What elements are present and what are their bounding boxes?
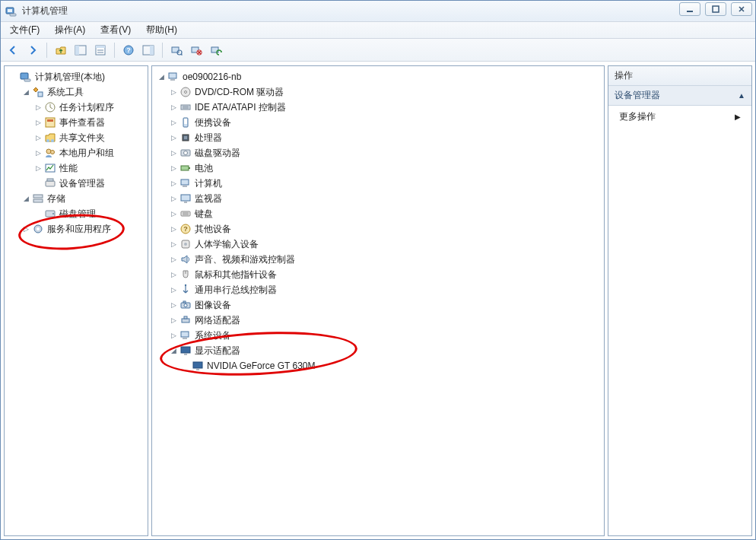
expand-icon[interactable]: ▷ bbox=[169, 133, 178, 142]
expand-icon[interactable]: ▷ bbox=[169, 300, 178, 310]
actions-section-label: 设备管理器 bbox=[615, 89, 660, 102]
device-cat-usb[interactable]: ▷ 通用串行总线控制器 bbox=[154, 282, 602, 297]
menu-view-label: 查看(V) bbox=[100, 24, 131, 37]
tree-item-label: 电池 bbox=[195, 162, 213, 175]
expand-icon[interactable]: ▷ bbox=[21, 224, 30, 233]
expand-icon[interactable]: ▷ bbox=[169, 103, 178, 112]
show-hide-action-pane-button[interactable] bbox=[139, 41, 157, 59]
device-cat-diskdrv[interactable]: ▷ 磁盘驱动器 bbox=[154, 145, 602, 160]
computer-icon bbox=[167, 71, 179, 83]
tree-root-computer-management[interactable]: ▷ 计算机管理(本地) bbox=[6, 69, 146, 84]
tree-storage[interactable]: ◢ 存储 bbox=[6, 191, 146, 206]
cpu-icon bbox=[179, 132, 192, 144]
show-hide-tree-button[interactable] bbox=[71, 41, 90, 59]
device-cat-battery[interactable]: ▷ 电池 bbox=[154, 160, 602, 176]
update-driver-button[interactable] bbox=[207, 41, 225, 59]
device-cat-monitor[interactable]: ▷ 监视器 bbox=[154, 191, 602, 206]
collapse-icon[interactable]: ◢ bbox=[169, 346, 178, 355]
expand-icon[interactable]: ▷ bbox=[169, 148, 178, 157]
scan-hardware-button[interactable] bbox=[167, 41, 186, 59]
svg-rect-35 bbox=[47, 179, 53, 181]
tools-icon bbox=[32, 86, 44, 98]
expand-icon[interactable]: ▷ bbox=[33, 164, 43, 173]
menu-help[interactable]: 帮助(H) bbox=[138, 22, 185, 38]
expand-icon[interactable]: ▷ bbox=[33, 133, 43, 142]
tree-device-manager[interactable]: ▷ 设备管理器 bbox=[6, 176, 146, 191]
tree-task-scheduler[interactable]: ▷ 任务计划程序 bbox=[6, 100, 146, 115]
expand-icon[interactable]: ▷ bbox=[169, 270, 178, 279]
uninstall-device-button[interactable] bbox=[187, 41, 205, 59]
tree-local-users[interactable]: ▷ 本地用户和组 bbox=[6, 145, 146, 160]
expand-icon[interactable]: ▷ bbox=[169, 255, 178, 264]
menu-action[interactable]: 操作(A) bbox=[47, 22, 93, 38]
collapse-icon[interactable]: ◢ bbox=[21, 194, 30, 203]
expand-icon[interactable]: ▷ bbox=[169, 179, 178, 188]
collapse-icon[interactable]: ◢ bbox=[157, 72, 166, 81]
expand-icon[interactable]: ▷ bbox=[33, 118, 43, 127]
svg-rect-75 bbox=[181, 332, 189, 337]
tree-item-label: 服务和应用程序 bbox=[47, 223, 111, 236]
svg-point-32 bbox=[51, 151, 55, 154]
properties-button[interactable] bbox=[91, 41, 110, 59]
expand-icon[interactable]: ▷ bbox=[169, 316, 178, 325]
tree-event-viewer[interactable]: ▷ 事件查看器 bbox=[6, 115, 146, 130]
expand-icon[interactable]: ▷ bbox=[169, 209, 178, 218]
device-cat-sound[interactable]: ▷ 声音、视频和游戏控制器 bbox=[154, 252, 602, 267]
tree-disk-management[interactable]: ▷ 磁盘管理 bbox=[6, 206, 146, 221]
device-cat-display[interactable]: ◢ 显示适配器 bbox=[154, 343, 602, 358]
console-tree-pane: ▷ 计算机管理(本地) ◢ 系统工具 ▷ bbox=[4, 65, 148, 536]
menu-file-label: 文件(F) bbox=[10, 24, 40, 37]
svg-rect-2 bbox=[10, 14, 16, 16]
device-cat-network[interactable]: ▷ 网络适配器 bbox=[154, 313, 602, 328]
device-cat-imaging[interactable]: ▷ 图像设备 bbox=[154, 297, 602, 313]
expand-icon[interactable]: ▷ bbox=[169, 240, 178, 249]
tree-performance[interactable]: ▷ 性能 bbox=[6, 160, 146, 176]
expand-icon[interactable]: ▷ bbox=[33, 148, 43, 157]
svg-rect-72 bbox=[183, 301, 186, 303]
menu-view[interactable]: 查看(V) bbox=[93, 22, 138, 38]
svg-rect-1 bbox=[8, 9, 12, 12]
up-level-button[interactable] bbox=[52, 41, 70, 59]
nav-back-button[interactable] bbox=[4, 41, 22, 59]
device-cat-computer[interactable]: ▷ 计算机 bbox=[154, 176, 602, 191]
expand-icon[interactable]: ▷ bbox=[169, 285, 178, 294]
expand-icon[interactable]: ▷ bbox=[169, 331, 178, 340]
actions-section[interactable]: 设备管理器 ▲ bbox=[608, 86, 751, 106]
close-button[interactable] bbox=[731, 2, 752, 16]
svg-rect-25 bbox=[38, 92, 43, 97]
nav-forward-button[interactable] bbox=[24, 41, 42, 59]
device-display-gpu[interactable]: ▷ NVIDIA GeForce GT 630M bbox=[154, 358, 602, 373]
device-root[interactable]: ◢ oe0900216-nb bbox=[154, 69, 602, 84]
actions-more[interactable]: 更多操作 ▶ bbox=[608, 106, 751, 128]
device-cat-cpu[interactable]: ▷ 处理器 bbox=[154, 130, 602, 145]
svg-rect-4 bbox=[713, 6, 719, 12]
collapse-icon[interactable]: ◢ bbox=[21, 87, 30, 97]
tree-system-tools[interactable]: ◢ 系统工具 bbox=[6, 84, 146, 100]
expand-icon[interactable]: ▷ bbox=[169, 164, 178, 173]
clock-icon bbox=[44, 101, 56, 113]
menu-file[interactable]: 文件(F) bbox=[2, 22, 47, 38]
device-cat-dvd[interactable]: ▷ DVD/CD-ROM 驱动器 bbox=[154, 84, 602, 100]
expand-icon[interactable]: ▷ bbox=[169, 224, 178, 233]
expand-icon[interactable]: ▷ bbox=[169, 118, 178, 127]
device-cat-portable[interactable]: ▷ 便携设备 bbox=[154, 115, 602, 130]
maximize-button[interactable] bbox=[705, 2, 726, 16]
tree-shared-folders[interactable]: ▷ 共享文件夹 bbox=[6, 130, 146, 145]
device-cat-other[interactable]: ▷ ? 其他设备 bbox=[154, 221, 602, 237]
device-cat-ide[interactable]: ▷ IDE ATA/ATAPI 控制器 bbox=[154, 100, 602, 115]
device-cat-hid[interactable]: ▷ 人体学输入设备 bbox=[154, 237, 602, 252]
tree-item-label: 任务计划程序 bbox=[59, 101, 114, 114]
device-cat-keyboard[interactable]: ▷ 键盘 bbox=[154, 206, 602, 221]
device-cat-system[interactable]: ▷ 系统设备 bbox=[154, 328, 602, 343]
storage-icon bbox=[32, 192, 44, 205]
tree-item-label: 便携设备 bbox=[195, 116, 231, 129]
help-button[interactable]: ? bbox=[119, 41, 138, 59]
expand-icon[interactable]: ▷ bbox=[169, 87, 178, 97]
expand-icon[interactable]: ▷ bbox=[33, 103, 43, 112]
svg-point-31 bbox=[46, 149, 51, 154]
svg-text:?: ? bbox=[126, 46, 131, 54]
expand-icon[interactable]: ▷ bbox=[169, 194, 178, 203]
tree-services-apps[interactable]: ▷ 服务和应用程序 bbox=[6, 221, 146, 237]
device-cat-mouse[interactable]: ▷ 鼠标和其他指针设备 bbox=[154, 267, 602, 282]
minimize-button[interactable] bbox=[679, 2, 700, 16]
